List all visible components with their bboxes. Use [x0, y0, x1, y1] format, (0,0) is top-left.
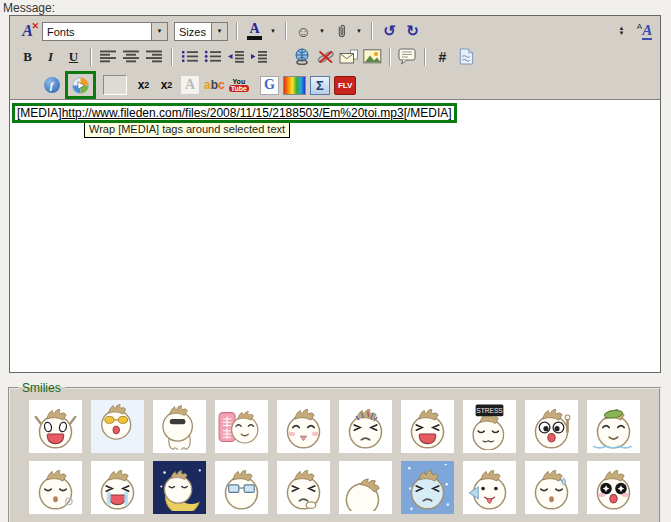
hash-icon: #: [439, 49, 447, 65]
youtube-button[interactable]: You Tube: [228, 75, 250, 95]
youtube-icon-bottom: Tube: [229, 85, 249, 92]
smiley-excited-laugh[interactable]: [29, 400, 82, 453]
fonts-select[interactable]: Fonts ▼: [42, 22, 168, 41]
fonts-select-value: Fonts: [43, 23, 151, 40]
flv-button[interactable]: FLV: [333, 75, 358, 95]
gray-a-icon: A: [180, 75, 200, 95]
outdent-button[interactable]: [225, 47, 246, 67]
smiley-relaxing-water[interactable]: [587, 400, 640, 453]
flash-icon: f: [44, 77, 60, 93]
wrap-quote-button[interactable]: [397, 47, 418, 67]
undo-button[interactable]: ↺: [379, 21, 400, 41]
smiley-sighing[interactable]: [29, 461, 82, 514]
sizes-select-value: Sizes: [175, 23, 211, 40]
google-button[interactable]: G: [259, 75, 280, 95]
superscript-button[interactable]: x2: [133, 75, 154, 95]
smiley-glasses[interactable]: [215, 461, 268, 514]
editor-resize-button[interactable]: ▲ ▼: [611, 21, 632, 41]
smiley-stressed[interactable]: STRESS: [463, 400, 516, 453]
redo-button[interactable]: ↻: [402, 21, 423, 41]
smiley-crying-loud[interactable]: [91, 461, 144, 514]
smiley-tongue-out[interactable]: [463, 461, 516, 514]
message-label: Message:: [3, 1, 55, 15]
bold-button[interactable]: B: [17, 47, 38, 67]
italic-button[interactable]: I: [40, 47, 61, 67]
smiley-wailing[interactable]: [401, 400, 454, 453]
sigma-icon: Σ: [310, 76, 330, 95]
switch-editor-mode-button[interactable]: A A: [634, 21, 655, 41]
sizes-select[interactable]: Sizes ▼: [174, 22, 228, 41]
media-open-tag: [MEDIA]: [17, 106, 62, 120]
math-button[interactable]: Σ: [309, 75, 331, 95]
rainbow-gradient-icon: [283, 76, 306, 95]
indent-button[interactable]: [248, 47, 269, 67]
smiley-pointing-up[interactable]: [525, 400, 578, 453]
toolbar-separator: [371, 22, 373, 40]
attachment-button[interactable]: [330, 21, 351, 41]
big-a-icon: A: [642, 23, 652, 40]
superscript-exp: 2: [144, 80, 149, 90]
subscript-base: x: [161, 78, 168, 92]
smiley-lucky-charm[interactable]: [215, 400, 268, 453]
style-button[interactable]: A: [179, 75, 201, 95]
media-button-annotation: [65, 71, 96, 99]
font-color-dropdown-arrow[interactable]: ▼: [267, 21, 279, 41]
align-right-button[interactable]: [144, 47, 165, 67]
remove-formatting-button[interactable]: A ✕: [17, 21, 38, 41]
outdent-icon: [227, 50, 245, 63]
attachment-dropdown-arrow[interactable]: ▼: [353, 21, 365, 41]
align-left-icon: [100, 50, 117, 63]
smiley-ghost-shy[interactable]: [153, 400, 206, 453]
toolbar-separator: [236, 22, 238, 40]
arrow-down-icon: ▼: [619, 31, 625, 36]
insert-email-button[interactable]: [338, 47, 360, 67]
superscript-base: x: [138, 78, 145, 92]
toolbar-row-2: B I U: [10, 44, 660, 69]
smilies-dropdown-button[interactable]: ☺: [293, 21, 314, 41]
insert-image-button[interactable]: [362, 47, 383, 67]
wmp-media-button[interactable]: [70, 75, 91, 95]
smilies-dropdown-arrow[interactable]: ▼: [316, 21, 328, 41]
smiley-riding-bike[interactable]: [91, 400, 144, 453]
align-center-button[interactable]: [121, 47, 142, 67]
smilies-fieldset: Smilies STRESS: [8, 381, 661, 522]
smiley-yawning[interactable]: [525, 461, 578, 514]
underline-button[interactable]: U: [63, 47, 84, 67]
toolbar-separator: [285, 22, 287, 40]
wrap-php-button[interactable]: [455, 47, 476, 67]
toolbar-separator: [90, 48, 92, 66]
page-root: Message: A ✕ Fonts ▼ Sizes ▼ A ▼ ☺: [0, 0, 671, 522]
smiley-shattered[interactable]: [339, 400, 392, 453]
smiley-pondering[interactable]: [277, 461, 330, 514]
chevron-down-icon: ▼: [211, 23, 227, 40]
smiley-star-eyes[interactable]: [587, 461, 640, 514]
align-left-button[interactable]: [98, 47, 119, 67]
smiley-shy-blush[interactable]: [277, 400, 330, 453]
youtube-icon-top: You: [232, 78, 245, 85]
spellcheck-button[interactable]: abc: [203, 75, 226, 95]
abc-letter-a: a: [204, 78, 211, 92]
insert-link-button[interactable]: [292, 47, 313, 67]
media-button-tooltip: Wrap [MEDIA] tags around selected text: [84, 121, 290, 138]
smilies-legend: Smilies: [18, 381, 65, 395]
quote-bubble-icon: [398, 48, 417, 65]
rainbow-text-button[interactable]: [282, 75, 307, 95]
subscript-button[interactable]: x2: [156, 75, 177, 95]
font-color-button[interactable]: A: [244, 21, 265, 41]
smiley-bowing[interactable]: [339, 461, 392, 514]
smiley-frozen[interactable]: [401, 461, 454, 514]
flash-button[interactable]: f: [41, 75, 62, 95]
media-close-tag: [/MEDIA]: [404, 106, 452, 120]
remove-link-button[interactable]: [315, 47, 336, 67]
wrap-code-button[interactable]: #: [432, 47, 453, 67]
smiley-sleeping-moon[interactable]: [153, 461, 206, 514]
toolbar-separator: [389, 48, 391, 66]
image-icon: [363, 49, 382, 64]
media-url-text: http://www.fileden.com/files/2008/11/15/…: [62, 106, 404, 120]
ordered-list-button[interactable]: [179, 47, 200, 67]
align-right-icon: [146, 50, 163, 63]
abc-letter-c: c: [218, 78, 225, 92]
message-textarea[interactable]: [MEDIA]http://www.fileden.com/files/2008…: [10, 99, 660, 372]
unordered-list-button[interactable]: [202, 47, 223, 67]
font-color-icon: A: [247, 22, 261, 41]
